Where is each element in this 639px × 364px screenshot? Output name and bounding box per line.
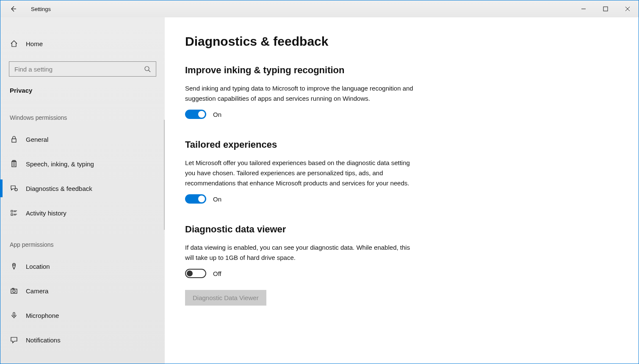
search-box[interactable] bbox=[9, 61, 156, 77]
microphone-icon bbox=[10, 312, 18, 319]
svg-rect-14 bbox=[11, 210, 13, 212]
group-windows-permissions: Windows permissions bbox=[0, 98, 165, 127]
sidebar-category: Privacy bbox=[0, 84, 165, 98]
window-title: Settings bbox=[31, 6, 51, 12]
search-input[interactable] bbox=[14, 66, 144, 73]
sidebar-item-speech[interactable]: Speech, inking, & typing bbox=[0, 152, 165, 176]
notification-icon bbox=[10, 336, 18, 344]
content: Home Privacy Windows permissions General… bbox=[0, 17, 639, 364]
home-icon bbox=[10, 40, 18, 47]
sidebar-item-label: Location bbox=[26, 263, 50, 270]
lock-icon bbox=[10, 135, 18, 143]
sidebar-home[interactable]: Home bbox=[0, 35, 165, 52]
page-title: Diagnostics & feedback bbox=[185, 34, 618, 49]
toggle-viewer-row: Off bbox=[185, 269, 618, 278]
toggle-viewer[interactable] bbox=[185, 269, 206, 278]
sidebar-item-general[interactable]: General bbox=[0, 127, 165, 152]
section-tailored-title: Tailored experiences bbox=[185, 139, 618, 150]
svg-point-20 bbox=[13, 264, 15, 266]
svg-rect-23 bbox=[12, 288, 14, 289]
sidebar-item-notifications[interactable]: Notifications bbox=[0, 328, 165, 352]
sidebar-item-label: Notifications bbox=[26, 336, 61, 344]
clipboard-icon bbox=[10, 160, 18, 168]
sidebar-item-label: Diagnostics & feedback bbox=[26, 185, 92, 192]
sidebar: Home Privacy Windows permissions General… bbox=[0, 17, 165, 364]
svg-point-5 bbox=[145, 66, 149, 71]
history-icon bbox=[10, 209, 18, 217]
svg-line-6 bbox=[149, 70, 150, 72]
sidebar-item-label: Activity history bbox=[26, 210, 66, 217]
toggle-inking[interactable] bbox=[185, 110, 206, 119]
sidebar-item-label: Speech, inking, & typing bbox=[26, 160, 94, 168]
sidebar-item-label: General bbox=[26, 136, 48, 143]
sidebar-item-microphone[interactable]: Microphone bbox=[0, 303, 165, 328]
sidebar-item-label: Camera bbox=[26, 287, 48, 295]
sidebar-home-label: Home bbox=[26, 40, 43, 47]
sidebar-item-activity[interactable]: Activity history bbox=[0, 201, 165, 225]
svg-rect-7 bbox=[12, 139, 16, 142]
diagnostic-data-viewer-button: Diagnostic Data Viewer bbox=[185, 290, 266, 306]
titlebar-left: Settings bbox=[5, 0, 51, 17]
svg-point-13 bbox=[15, 188, 17, 191]
svg-point-22 bbox=[13, 290, 15, 292]
sidebar-item-location[interactable]: Location bbox=[0, 254, 165, 279]
back-button[interactable] bbox=[5, 0, 22, 17]
search-icon bbox=[144, 66, 151, 72]
camera-icon bbox=[10, 287, 18, 295]
main-panel: Diagnostics & feedback Improve inking & … bbox=[165, 17, 639, 364]
titlebar: Settings bbox=[0, 0, 639, 17]
sidebar-item-diagnostics[interactable]: Diagnostics & feedback bbox=[0, 176, 165, 201]
maximize-button[interactable] bbox=[595, 0, 617, 17]
minimize-button[interactable] bbox=[573, 0, 595, 17]
toggle-inking-label: On bbox=[213, 111, 221, 118]
toggle-tailored[interactable] bbox=[185, 194, 206, 204]
location-icon bbox=[10, 262, 18, 270]
svg-rect-2 bbox=[603, 7, 608, 11]
section-viewer-desc: If data viewing is enabled, you can see … bbox=[185, 243, 418, 263]
svg-rect-24 bbox=[13, 312, 15, 316]
section-inking-desc: Send inking and typing data to Microsoft… bbox=[185, 83, 418, 104]
toggle-tailored-label: On bbox=[213, 196, 221, 203]
group-app-permissions: App permissions bbox=[0, 225, 165, 254]
section-inking-title: Improve inking & typing recognition bbox=[185, 65, 618, 76]
window-controls bbox=[573, 0, 639, 17]
close-button[interactable] bbox=[617, 0, 639, 17]
feedback-icon bbox=[10, 185, 18, 192]
section-viewer-title: Diagnostic data viewer bbox=[185, 224, 618, 235]
svg-rect-15 bbox=[11, 214, 13, 215]
toggle-tailored-row: On bbox=[185, 194, 618, 204]
toggle-inking-row: On bbox=[185, 110, 618, 119]
sidebar-item-camera[interactable]: Camera bbox=[0, 279, 165, 303]
section-tailored-desc: Let Microsoft offer you tailored experie… bbox=[185, 158, 418, 188]
toggle-viewer-label: Off bbox=[213, 270, 221, 277]
sidebar-item-label: Microphone bbox=[26, 312, 59, 319]
